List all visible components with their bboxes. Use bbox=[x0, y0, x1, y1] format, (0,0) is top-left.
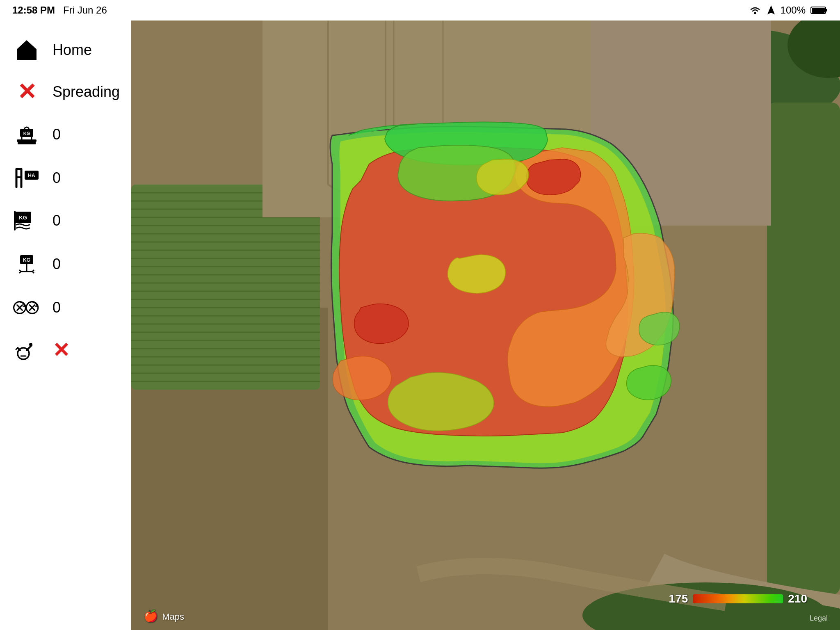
sidebar-item-connection[interactable]: ✕ bbox=[0, 329, 131, 372]
spreaders-value: 0 bbox=[52, 299, 61, 316]
svg-point-0 bbox=[754, 12, 756, 14]
battery-icon bbox=[810, 6, 828, 15]
legend-min: 175 bbox=[669, 592, 688, 605]
status-date: Fri Jun 26 bbox=[63, 5, 107, 16]
home-icon-area bbox=[12, 38, 41, 62]
svg-rect-5 bbox=[17, 139, 37, 142]
sidebar: Home ✕ Spreading KG bbox=[0, 21, 131, 630]
sidebar-item-kg-flow[interactable]: KG 0 bbox=[0, 199, 131, 242]
maps-label: Maps bbox=[162, 612, 184, 622]
spreaders-icon-area bbox=[12, 295, 41, 320]
legend: 175 210 bbox=[669, 592, 807, 605]
spreading-x-icon: ✕ bbox=[17, 80, 37, 103]
main-layout: Home ✕ Spreading KG bbox=[0, 21, 840, 630]
svg-text:KG: KG bbox=[19, 215, 27, 221]
spreaders-icon bbox=[12, 295, 41, 320]
legend-max: 210 bbox=[788, 592, 807, 605]
svg-line-30 bbox=[16, 348, 18, 349]
svg-point-32 bbox=[29, 343, 32, 346]
svg-rect-6 bbox=[18, 142, 36, 144]
sidebar-item-kg-total[interactable]: KG 0 bbox=[0, 112, 131, 157]
plug-icon bbox=[14, 338, 39, 363]
home-icon bbox=[14, 38, 39, 62]
sidebar-item-spreaders[interactable]: 0 bbox=[0, 286, 131, 329]
svg-text:KG: KG bbox=[23, 257, 30, 263]
home-label: Home bbox=[52, 41, 92, 59]
kg-spread-icon: KG bbox=[14, 251, 40, 277]
connection-x-icon: ✕ bbox=[52, 340, 70, 361]
svg-text:KG: KG bbox=[23, 131, 30, 136]
sidebar-item-kg-spread[interactable]: KG 0 bbox=[0, 242, 131, 286]
sidebar-item-spreading[interactable]: ✕ Spreading bbox=[0, 71, 131, 112]
svg-rect-4 bbox=[23, 53, 30, 60]
kg-spread-icon-area: KG bbox=[12, 251, 41, 277]
spreading-label: Spreading bbox=[52, 83, 120, 100]
maps-attribution: 🍎 Maps bbox=[144, 609, 184, 623]
map-container[interactable]: 175 210 🍎 Maps Legal bbox=[131, 21, 840, 630]
sidebar-item-ha[interactable]: HA 0 bbox=[0, 157, 131, 199]
ha-value: 0 bbox=[52, 169, 61, 187]
kg-flow-icon-area: KG bbox=[12, 208, 41, 233]
battery-percent: 100% bbox=[781, 5, 806, 16]
svg-rect-2 bbox=[826, 9, 827, 11]
ha-icon: HA bbox=[12, 166, 41, 190]
kg-flow-value: 0 bbox=[52, 212, 61, 229]
svg-rect-3 bbox=[812, 8, 825, 13]
kg-weight-icon: KG bbox=[14, 121, 40, 148]
kg-flow-icon: KG bbox=[13, 208, 40, 233]
svg-text:HA: HA bbox=[28, 173, 35, 178]
connection-icon-area bbox=[12, 338, 41, 363]
gps-icon bbox=[767, 5, 776, 16]
legal-attribution: Legal bbox=[810, 614, 828, 623]
ha-icon-area: HA bbox=[12, 166, 41, 190]
kg-weight-icon-area: KG bbox=[12, 121, 41, 148]
svg-rect-40 bbox=[767, 103, 840, 595]
sidebar-item-home[interactable]: Home bbox=[0, 29, 131, 71]
spreading-icon-area: ✕ bbox=[12, 80, 41, 103]
status-bar: 12:58 PM Fri Jun 26 100% bbox=[0, 0, 840, 21]
legend-gradient-bar bbox=[693, 594, 783, 603]
field-overlay bbox=[131, 21, 840, 630]
status-time: 12:58 PM bbox=[12, 5, 55, 16]
kg-total-value: 0 bbox=[52, 126, 61, 143]
kg-spread-value: 0 bbox=[52, 256, 61, 273]
wifi-icon bbox=[749, 5, 762, 15]
